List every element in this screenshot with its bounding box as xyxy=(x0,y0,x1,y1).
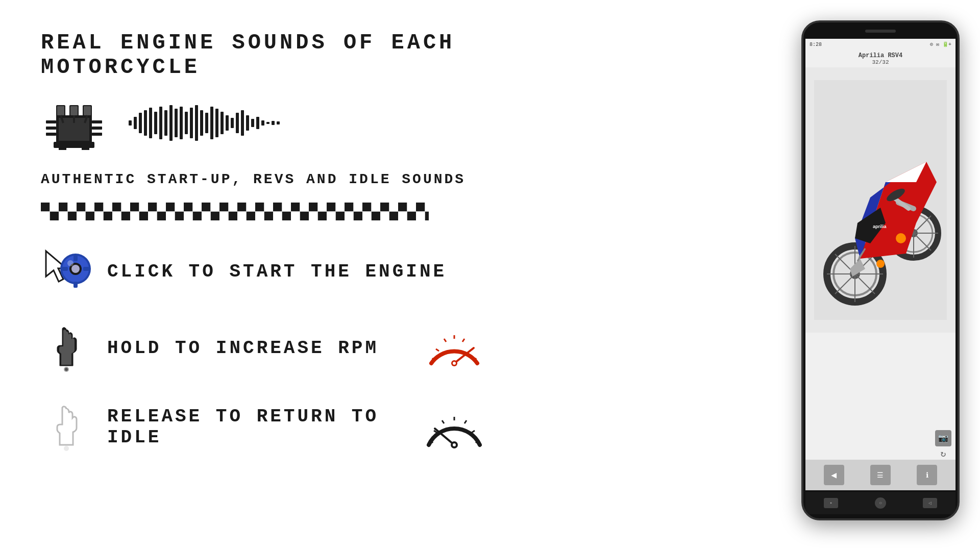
svg-rect-39 xyxy=(226,115,229,131)
svg-rect-25 xyxy=(154,112,157,134)
phone-time: 8:28 xyxy=(810,42,822,47)
svg-line-83 xyxy=(472,431,475,433)
phone-nav-bar: ◀ ☰ ℹ xyxy=(805,460,955,490)
svg-rect-6 xyxy=(70,106,78,115)
svg-rect-63 xyxy=(83,267,89,271)
click-engine-text: CLICK TO START THE ENGINE xyxy=(107,261,447,282)
svg-rect-27 xyxy=(164,110,167,136)
back-button[interactable]: ◀ xyxy=(824,465,844,485)
svg-rect-13 xyxy=(46,133,56,136)
svg-rect-26 xyxy=(159,107,162,139)
rotate-button[interactable]: ↻ xyxy=(935,448,951,459)
svg-rect-43 xyxy=(246,115,249,131)
svg-rect-14 xyxy=(92,120,102,123)
svg-rect-21 xyxy=(134,117,137,129)
phone-screen: 8:28 ⊙ ✉ 🔋+ Aprilia RSV4 32/32 xyxy=(805,39,955,490)
svg-rect-46 xyxy=(261,120,264,126)
svg-rect-48 xyxy=(272,121,275,125)
svg-point-87 xyxy=(453,443,456,446)
svg-rect-40 xyxy=(231,118,234,128)
svg-point-106 xyxy=(896,233,906,243)
svg-rect-24 xyxy=(149,108,152,138)
svg-rect-22 xyxy=(139,113,142,133)
phone-speaker xyxy=(865,30,896,33)
phone-app-header: Aprilia RSV4 32/32 xyxy=(805,50,955,67)
svg-rect-62 xyxy=(62,267,68,271)
rpm-gauge-icon xyxy=(424,322,485,373)
feature-row-hold: HOLD TO INCREASE RPM xyxy=(41,322,485,373)
svg-line-69 xyxy=(444,339,446,342)
bike-svg: aprilia xyxy=(814,80,947,320)
svg-rect-28 xyxy=(169,105,173,141)
engine-icon xyxy=(41,95,107,151)
camera-button[interactable]: 📷 xyxy=(935,430,951,446)
svg-rect-32 xyxy=(190,108,193,138)
feature-row-click: CLICK TO START THE ENGINE xyxy=(41,246,485,297)
svg-rect-20 xyxy=(129,120,132,126)
waveform-icon xyxy=(128,103,281,143)
svg-rect-5 xyxy=(57,106,64,115)
menu-button[interactable]: ☰ xyxy=(870,465,891,485)
svg-line-80 xyxy=(442,420,444,423)
hold-rpm-text: HOLD TO INCREASE RPM xyxy=(107,338,379,359)
phone-bike-image[interactable]: aprilia xyxy=(805,67,955,333)
svg-text:aprilia: aprilia xyxy=(873,224,887,229)
svg-rect-37 xyxy=(215,109,218,137)
phone-body: 8:28 ⊙ ✉ 🔋+ Aprilia RSV4 32/32 xyxy=(801,20,960,520)
phone-mockup: 8:28 ⊙ ✉ 🔋+ Aprilia RSV4 32/32 xyxy=(801,20,960,520)
stop-hw-button[interactable]: ▪ xyxy=(824,498,838,508)
svg-rect-15 xyxy=(92,127,102,130)
home-hw-button[interactable]: ○ xyxy=(875,497,886,509)
hand-press-icon xyxy=(41,322,92,373)
svg-rect-38 xyxy=(220,112,224,134)
svg-rect-35 xyxy=(205,113,208,133)
svg-rect-45 xyxy=(256,117,259,129)
svg-rect-12 xyxy=(46,127,56,130)
cursor-engine-icon xyxy=(41,246,92,297)
svg-rect-31 xyxy=(185,112,188,134)
engine-visual-row xyxy=(41,95,485,151)
svg-rect-18 xyxy=(59,146,66,150)
svg-point-64 xyxy=(67,260,74,266)
svg-rect-47 xyxy=(266,122,270,124)
status-icons: ⊙ ✉ 🔋+ xyxy=(930,41,951,47)
svg-rect-30 xyxy=(180,107,183,139)
svg-point-66 xyxy=(65,368,68,371)
svg-rect-23 xyxy=(144,110,147,136)
phone-status-bar: 8:28 ⊙ ✉ 🔋+ xyxy=(805,39,955,50)
back-hw-button[interactable]: ◁ xyxy=(923,498,937,508)
info-button[interactable]: ℹ xyxy=(917,465,937,485)
release-idle-text: RELEASE TO RETURN TO IDLE xyxy=(107,406,408,448)
svg-rect-42 xyxy=(241,110,244,136)
svg-rect-16 xyxy=(92,133,102,136)
svg-point-76 xyxy=(453,362,456,365)
svg-rect-19 xyxy=(82,146,89,150)
svg-rect-49 xyxy=(277,121,280,124)
bike-name: Aprilia RSV4 xyxy=(805,52,955,59)
checkerboard-divider xyxy=(41,203,429,220)
hand-release-icon xyxy=(41,402,92,453)
svg-rect-11 xyxy=(46,120,56,123)
bike-count: 32/32 xyxy=(805,59,955,65)
svg-rect-44 xyxy=(251,119,254,127)
svg-rect-61 xyxy=(74,282,78,288)
idle-gauge-icon xyxy=(424,399,485,455)
svg-rect-34 xyxy=(200,110,203,136)
svg-rect-54 xyxy=(41,203,429,220)
left-content: REAL ENGINE SOUNDS OF EACH MOTORCYCLE xyxy=(0,0,526,551)
svg-rect-29 xyxy=(175,109,178,137)
subtitle: AUTHENTIC START-UP, REVS AND IDLE SOUNDS xyxy=(41,171,485,187)
svg-rect-36 xyxy=(210,107,213,139)
svg-line-68 xyxy=(436,349,439,351)
svg-line-82 xyxy=(464,420,467,423)
svg-rect-33 xyxy=(195,105,198,141)
phone-action-buttons: 📷 ↻ xyxy=(935,430,951,459)
svg-rect-41 xyxy=(236,113,239,133)
svg-rect-60 xyxy=(74,255,78,261)
svg-rect-7 xyxy=(84,106,91,115)
svg-point-77 xyxy=(64,446,69,451)
phone-hw-buttons: ▪ ○ ◁ xyxy=(805,492,955,514)
feature-row-release: RELEASE TO RETURN TO IDLE xyxy=(41,399,485,455)
svg-point-107 xyxy=(876,260,885,268)
svg-point-59 xyxy=(71,265,80,273)
